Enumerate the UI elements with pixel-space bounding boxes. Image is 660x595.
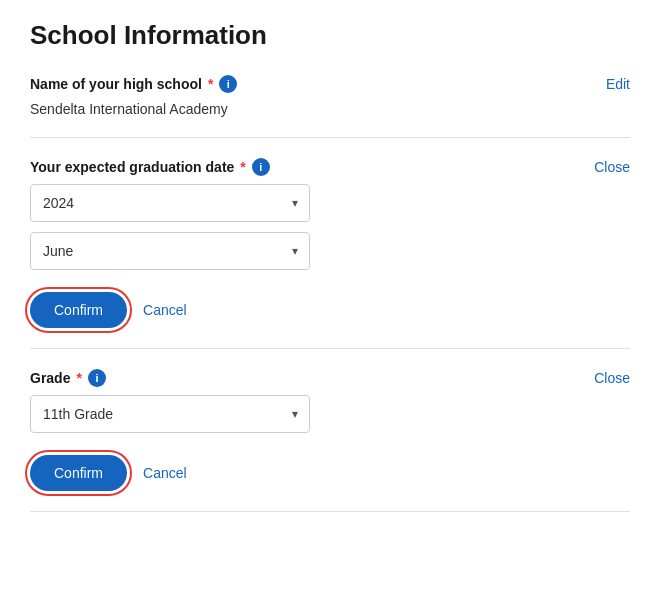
graduation-required-star: *: [240, 159, 245, 175]
grade-label-text: Grade: [30, 370, 70, 386]
grade-required-star: *: [76, 370, 81, 386]
page-title: School Information: [30, 20, 630, 51]
high-school-info-icon[interactable]: i: [219, 75, 237, 93]
grade-cancel-button[interactable]: Cancel: [143, 465, 187, 481]
graduation-cancel-button[interactable]: Cancel: [143, 302, 187, 318]
high-school-label-text: Name of your high school: [30, 76, 202, 92]
graduation-date-close-link[interactable]: Close: [594, 159, 630, 175]
year-select-wrapper: 2024 2023 2025 2026 ▾: [30, 184, 310, 222]
grade-info-icon[interactable]: i: [88, 369, 106, 387]
required-star: *: [208, 76, 213, 92]
grade-button-row: Confirm Cancel: [30, 455, 630, 491]
graduation-date-header: Your expected graduation date * i Close: [30, 158, 630, 176]
high-school-header: Name of your high school * i Edit: [30, 75, 630, 93]
graduation-date-section: Your expected graduation date * i Close …: [30, 158, 630, 349]
graduation-date-label-text: Your expected graduation date: [30, 159, 234, 175]
grade-close-link[interactable]: Close: [594, 370, 630, 386]
month-select-wrapper: June January February March April May Ju…: [30, 232, 310, 270]
grade-confirm-button[interactable]: Confirm: [30, 455, 127, 491]
high-school-label: Name of your high school * i: [30, 75, 237, 93]
year-select[interactable]: 2024 2023 2025 2026: [30, 184, 310, 222]
grade-label: Grade * i: [30, 369, 106, 387]
graduation-date-label: Your expected graduation date * i: [30, 158, 270, 176]
graduation-date-info-icon[interactable]: i: [252, 158, 270, 176]
grade-select-wrapper: 11th Grade 9th Grade 10th Grade 12th Gra…: [30, 395, 310, 433]
grade-header: Grade * i Close: [30, 369, 630, 387]
grade-select[interactable]: 11th Grade 9th Grade 10th Grade 12th Gra…: [30, 395, 310, 433]
high-school-section: Name of your high school * i Edit Sendel…: [30, 75, 630, 138]
grade-section: Grade * i Close 11th Grade 9th Grade 10t…: [30, 369, 630, 512]
graduation-confirm-button[interactable]: Confirm: [30, 292, 127, 328]
month-select[interactable]: June January February March April May Ju…: [30, 232, 310, 270]
high-school-value: Sendelta International Academy: [30, 101, 630, 117]
high-school-edit-link[interactable]: Edit: [606, 76, 630, 92]
graduation-button-row: Confirm Cancel: [30, 292, 630, 328]
